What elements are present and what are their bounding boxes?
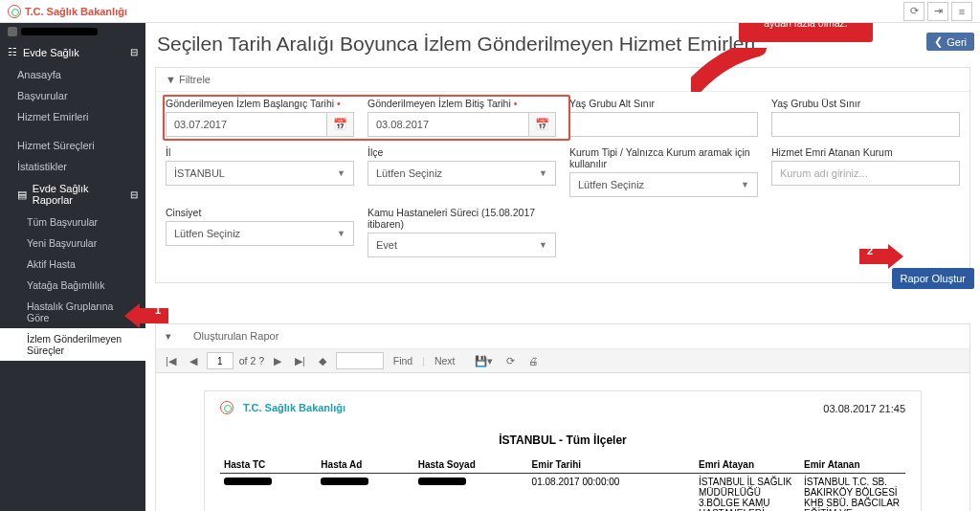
sidebar-section-label: Evde Sağlık <box>23 47 79 58</box>
filter-icon: ▼ <box>166 74 176 85</box>
sidebar-sub-aktif-hasta[interactable]: Aktif Hasta <box>0 254 145 275</box>
cell-emri-atayan: İSTANBUL İL SAĞLIK MÜDÜRLÜĞÜ 3.BÖLGE KAM… <box>695 474 800 512</box>
collapse-icon: ⊟ <box>130 47 138 57</box>
chevron-down-icon: ▾ <box>166 330 171 342</box>
sidebar-item-istatistikler[interactable]: İstatistikler <box>0 156 145 177</box>
ilce-value: Lütfen Seçiniz <box>376 167 442 179</box>
atanan-input[interactable] <box>772 167 959 179</box>
callout-tooltip: Raporlama tarih aralığı 1 aydan fazla ol… <box>739 23 873 42</box>
end-date-input[interactable] <box>368 119 528 130</box>
callout-tail-icon <box>691 69 758 92</box>
sidebar: ☷ Evde Sağlık ⊟ Anasayfa Başvurular Hizm… <box>0 23 145 511</box>
annotation-arrow-2: 2 <box>859 244 903 269</box>
chevron-down-icon: ▼ <box>539 168 547 178</box>
sidebar-item-hizmet-emirleri[interactable]: Hizmet Emirleri <box>0 106 145 127</box>
clipboard-icon: ☷ <box>8 46 19 58</box>
age-max-input[interactable] <box>772 119 959 130</box>
first-page-button[interactable]: |◀ <box>162 353 180 368</box>
stop-button[interactable]: ◆ <box>315 353 330 368</box>
report-icon: ▤ <box>17 189 29 201</box>
sidebar-item-basvurular[interactable]: Başvurular <box>0 85 145 106</box>
back-label: Geri <box>947 36 967 48</box>
sidebar-item-hizmet-surecleri[interactable]: Hizmet Süreçleri <box>0 135 145 156</box>
col-emir-atanan: Emir Atanan <box>800 456 905 474</box>
user-name <box>21 28 98 35</box>
sidebar-item-evde-saglik-raporlar[interactable]: ▤ Evde Sağlık Raporlar ⊟ <box>0 177 145 211</box>
col-hasta-soyad: Hasta Soyad <box>414 456 528 474</box>
ilce-select[interactable]: Lütfen Seçiniz ▼ <box>368 161 556 186</box>
start-date-label: Gönderilmeyen İzlem Başlangıç Tarihi <box>166 98 354 109</box>
kurum-tipi-label: Kurum Tipi / Yalnızca Kurum aramak için … <box>569 146 758 169</box>
collapse-icon: ⊟ <box>130 189 138 200</box>
sidebar-section-evde-saglik[interactable]: ☷ Evde Sağlık ⊟ <box>0 40 145 64</box>
next-page-button[interactable]: ▶ <box>270 353 285 368</box>
calendar-icon[interactable]: 📅 <box>326 113 353 136</box>
ilce-label: İlçe <box>368 146 556 158</box>
end-date-label: Gönderilmeyen İzlem Bitiş Tarihi <box>368 98 556 109</box>
export-dropdown[interactable]: 💾▾ <box>471 353 497 369</box>
il-select[interactable]: İSTANBUL ▼ <box>166 161 354 186</box>
logo-icon <box>8 5 21 18</box>
back-button[interactable]: ❮ Geri <box>926 33 974 51</box>
sidebar-sub-izlem-gonderilmeyen[interactable]: İzlem Gönderilmeyen Süreçler <box>0 328 145 361</box>
kurum-tipi-select[interactable]: Lütfen Seçiniz ▼ <box>569 172 758 197</box>
age-min-input[interactable] <box>570 119 757 130</box>
cinsiyet-value: Lütfen Seçiniz <box>174 228 240 239</box>
chevron-left-icon: ❮ <box>934 35 943 48</box>
next-result-button[interactable]: Next <box>431 353 459 368</box>
redacted-value <box>321 478 368 485</box>
cell-emir-tarihi: 01.08.2017 00:00:00 <box>528 474 695 512</box>
il-label: İl <box>166 146 354 158</box>
atanan-label: Hizmet Emri Atanan Kurum <box>771 146 960 158</box>
il-value: İSTANBUL <box>174 167 225 179</box>
col-hasta-ad: Hasta Ad <box>317 456 413 474</box>
export-button[interactable]: ⇥ <box>927 2 948 21</box>
avatar-icon <box>8 27 17 36</box>
last-page-button[interactable]: ▶| <box>291 353 309 368</box>
filter-header[interactable]: ▼ Filtrele <box>156 68 969 92</box>
user-badge <box>0 23 145 40</box>
start-date-input[interactable] <box>167 119 326 130</box>
prev-page-button[interactable]: ◀ <box>186 353 201 368</box>
annotation-arrow-1: 1 <box>124 303 168 328</box>
find-input[interactable] <box>336 352 384 369</box>
kamu-select[interactable]: Evet ▼ <box>368 233 556 257</box>
age-max-label: Yaş Grubu Üst Sınır <box>771 98 960 109</box>
annotation-number: 1 <box>155 304 161 316</box>
calendar-icon[interactable]: 📅 <box>528 113 555 136</box>
find-button[interactable]: Find <box>390 353 416 368</box>
cinsiyet-label: Cinsiyet <box>166 207 354 218</box>
logo-icon <box>220 401 234 414</box>
redacted-value <box>418 478 466 485</box>
report-header-label: Oluşturulan Rapor <box>193 330 278 342</box>
report-panel: ▾ Oluşturulan Rapor |◀ ◀ of 2 ? ▶ ▶| ◆ F… <box>155 323 970 511</box>
annotation-number: 2 <box>867 245 873 256</box>
menu-button[interactable]: ≡ <box>951 2 972 21</box>
report-header[interactable]: ▾ Oluşturulan Rapor <box>156 324 969 349</box>
sidebar-sub-yeni-basvurular[interactable]: Yeni Başvurular <box>0 233 145 254</box>
kamu-label: Kamu Hastaneleri Süreci (15.08.2017 itib… <box>368 207 556 230</box>
col-hasta-tc: Hasta TC <box>220 456 317 474</box>
filter-panel: ▼ Filtrele Gönderilmeyen İzlem Başlangıç… <box>155 67 970 283</box>
page-number-input[interactable] <box>207 352 234 369</box>
rapor-olustur-button[interactable]: Rapor Oluştur <box>892 268 974 289</box>
table-row: 01.08.2017 00:00:00 İSTANBUL İL SAĞLIK M… <box>220 474 905 512</box>
redacted-value <box>224 478 272 485</box>
col-emri-atayan: Emri Atayan <box>695 456 800 474</box>
report-timestamp: 03.08.2017 21:45 <box>823 403 905 414</box>
filter-label: Filtrele <box>179 74 211 85</box>
sidebar-sub-tum-basvurular[interactable]: Tüm Başvurular <box>0 211 145 233</box>
chevron-down-icon: ▼ <box>337 168 345 178</box>
print-button[interactable]: 🖨 <box>524 353 543 368</box>
refresh-report-button[interactable]: ⟳ <box>502 353 519 368</box>
page-of-label: of 2 ? <box>239 355 264 367</box>
sidebar-item-anasayfa[interactable]: Anasayfa <box>0 64 145 85</box>
sidebar-reports-label: Evde Sağlık Raporlar <box>33 183 130 206</box>
report-brand-text: T.C. Sağlık Bakanlığı <box>243 402 345 413</box>
sidebar-sub-yataga-bagimlilik[interactable]: Yatağa Bağımlılık <box>0 275 145 296</box>
report-title: İSTANBUL - Tüm İlçeler <box>220 433 905 447</box>
refresh-button[interactable]: ⟳ <box>903 2 924 21</box>
kamu-value: Evet <box>376 239 397 251</box>
cinsiyet-select[interactable]: Lütfen Seçiniz ▼ <box>166 221 354 246</box>
report-table: Hasta TC Hasta Ad Hasta Soyad Emir Tarih… <box>220 456 905 511</box>
